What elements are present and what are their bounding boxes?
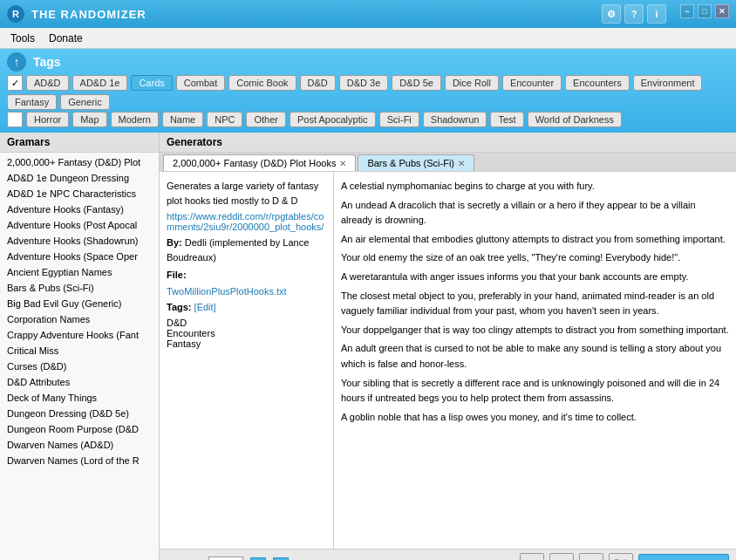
result-6: Your doppelganger that is way too clingy… bbox=[341, 323, 729, 338]
list-item[interactable]: Corporation Names bbox=[0, 311, 159, 327]
list-item[interactable]: Adventure Hooks (Shadowrun) bbox=[0, 233, 159, 249]
result-3: Your old enemy the size of an oak tree y… bbox=[341, 250, 729, 266]
list-item[interactable]: Adventure Hooks (Fantasy) bbox=[0, 201, 159, 217]
gen-file: File: bbox=[167, 268, 326, 283]
repeat-input[interactable] bbox=[208, 557, 243, 560]
result-2: An air elemental that embodies gluttony … bbox=[341, 232, 729, 248]
tag-map[interactable]: Map bbox=[72, 112, 106, 127]
gen-author: By: Dedli (implemented by Lance Boudreau… bbox=[167, 236, 326, 264]
tag-generic[interactable]: Generic bbox=[60, 94, 110, 110]
gramars-panel: Gramars 2,000,000+ Fantasy (D&D) Plot AD… bbox=[0, 133, 160, 560]
tag-encounters[interactable]: Encounters bbox=[565, 75, 630, 91]
tags-title: Tags bbox=[33, 55, 61, 69]
tab-close-2[interactable]: ✕ bbox=[458, 159, 465, 168]
tag-diceroll[interactable]: Dice Roll bbox=[445, 75, 499, 91]
tag-comicbook[interactable]: Comic Book bbox=[228, 75, 296, 91]
save-btn[interactable]: 💾 bbox=[609, 553, 633, 560]
tab-fantasy-plot-hooks[interactable]: 2,000,000+ Fantasy (D&D) Plot Hooks ✕ bbox=[163, 154, 356, 171]
gen-action-buttons: ✕ ⧉ 🖨 💾 generate bbox=[520, 553, 729, 560]
gen-url-link[interactable]: https://www.reddit.com/r/rpgtables/comme… bbox=[167, 211, 326, 232]
result-9: A goblin noble that has a lisp owes you … bbox=[341, 410, 729, 426]
gen-filename-link[interactable]: TwoMillionPlusPlotHooks.txt bbox=[167, 286, 326, 297]
gramars-list: 2,000,000+ Fantasy (D&D) Plot AD&D 1e Du… bbox=[0, 153, 159, 560]
list-item[interactable]: Dungeon Room Purpose (D&D bbox=[0, 421, 159, 437]
gear-btn[interactable]: ⚙ bbox=[602, 4, 621, 24]
menu-donate[interactable]: Donate bbox=[42, 31, 90, 46]
copy-btn[interactable]: ⧉ bbox=[549, 553, 574, 560]
list-item[interactable]: AD&D 1e Dungeon Dressing bbox=[0, 170, 159, 186]
tag-item-dnd: D&D bbox=[167, 318, 326, 328]
gen-description: Generates a large variety of fantasy plo… bbox=[167, 179, 326, 208]
list-item[interactable]: Adventure Hooks (Space Oper bbox=[0, 249, 159, 264]
list-item[interactable]: Deck of Many Things bbox=[0, 390, 159, 406]
generate-button[interactable]: generate bbox=[638, 554, 729, 561]
list-item[interactable]: Crappy Adventure Hooks (Fant bbox=[0, 327, 159, 343]
gen-bottom-bar: Repeat + − ✕ ⧉ 🖨 💾 generate bbox=[160, 549, 736, 560]
info-btn[interactable]: i bbox=[647, 4, 666, 24]
tags-row-1: ✓ AD&D AD&D 1e Cards Combat Comic Book D… bbox=[7, 75, 729, 110]
tag-scifi[interactable]: Sci-Fi bbox=[379, 112, 419, 127]
title-bar-controls: ⚙ ? i − □ ✕ bbox=[602, 4, 729, 24]
gen-tabs: 2,000,000+ Fantasy (D&D) Plot Hooks ✕ Ba… bbox=[160, 153, 736, 171]
tag-item-encounters: Encounters bbox=[167, 328, 326, 338]
tab-close-1[interactable]: ✕ bbox=[339, 159, 346, 168]
tag-shadowrun[interactable]: Shadowrun bbox=[423, 112, 487, 127]
close-btn[interactable]: ✕ bbox=[715, 4, 729, 18]
list-item[interactable]: Bars & Pubs (Sci-Fi) bbox=[0, 280, 159, 296]
tag-fantasy[interactable]: Fantasy bbox=[7, 94, 57, 110]
tags-section: ↑ Tags ✓ AD&D AD&D 1e Cards Combat Comic… bbox=[0, 49, 736, 133]
gen-tags-label: Tags: [Edit] bbox=[167, 300, 326, 315]
title-bar: R THE RANDOMIZER ⚙ ? i − □ ✕ bbox=[0, 0, 736, 28]
tag-name[interactable]: Name bbox=[162, 112, 203, 127]
list-item[interactable]: AD&D 1e NPC Characteristics bbox=[0, 186, 159, 201]
tag-npc[interactable]: NPC bbox=[207, 112, 242, 127]
tab-label-2: Bars & Pubs (Sci-Fi) bbox=[367, 158, 454, 168]
list-item[interactable]: D&D Attributes bbox=[0, 374, 159, 390]
tag-environment[interactable]: Environment bbox=[633, 75, 703, 91]
tag-encounter[interactable]: Encounter bbox=[502, 75, 562, 91]
tab-label-1: 2,000,000+ Fantasy (D&D) Plot Hooks bbox=[173, 158, 336, 168]
tag-ad&d[interactable]: AD&D bbox=[26, 75, 69, 91]
tag-other[interactable]: Other bbox=[246, 112, 286, 127]
menu-bar: Tools Donate bbox=[0, 28, 736, 49]
menu-tools[interactable]: Tools bbox=[3, 31, 42, 46]
tab-bars-pubs[interactable]: Bars & Pubs (Sci-Fi) ✕ bbox=[358, 154, 474, 171]
list-item[interactable]: Big Bad Evil Guy (Generic) bbox=[0, 296, 159, 311]
tag-combat[interactable]: Combat bbox=[176, 75, 226, 91]
tag-dnd[interactable]: D&D bbox=[300, 75, 336, 91]
help-btn[interactable]: ? bbox=[624, 4, 644, 24]
stop-btn[interactable]: ✕ bbox=[520, 553, 544, 560]
list-item[interactable]: Dwarven Names (Lord of the R bbox=[0, 453, 159, 468]
tag-horror[interactable]: Horror bbox=[26, 112, 69, 127]
gen-results-panel: A celestial nymphomaniac begins to charg… bbox=[334, 172, 736, 549]
tag-ad&d1e[interactable]: AD&D 1e bbox=[72, 75, 128, 91]
tag-test[interactable]: Test bbox=[490, 112, 523, 127]
minimize-btn[interactable]: − bbox=[680, 4, 694, 18]
tag-worldofdarkness[interactable]: World of Darkness bbox=[528, 112, 622, 127]
print-btn[interactable]: 🖨 bbox=[579, 553, 603, 560]
list-item[interactable]: Adventure Hooks (Post Apocal bbox=[0, 217, 159, 233]
tags-icon: ↑ bbox=[7, 52, 26, 72]
list-item[interactable]: 2,000,000+ Fantasy (D&D) Plot bbox=[0, 154, 159, 170]
tags-row-2: Horror Map Modern Name NPC Other Post Ap… bbox=[7, 112, 729, 127]
restore-btn[interactable]: □ bbox=[698, 4, 712, 18]
gen-description-panel: Generates a large variety of fantasy plo… bbox=[160, 172, 334, 549]
tag-dnd3e[interactable]: D&D 3e bbox=[339, 75, 389, 91]
list-item[interactable]: Ancient Egyptian Names bbox=[0, 264, 159, 280]
tag-cards[interactable]: Cards bbox=[131, 75, 172, 91]
tag-modern[interactable]: Modern bbox=[111, 112, 159, 127]
generators-panel: Generators 2,000,000+ Fantasy (D&D) Plot… bbox=[160, 133, 736, 560]
tag-postapocalyptic[interactable]: Post Apocalyptic bbox=[290, 112, 376, 127]
tag-item-fantasy: Fantasy bbox=[167, 338, 326, 349]
list-item[interactable]: Curses (D&D) bbox=[0, 359, 159, 374]
list-item[interactable]: Dungeon Dressing (D&D 5e) bbox=[0, 406, 159, 421]
result-8: Your sibling that is secretly a differen… bbox=[341, 376, 729, 406]
list-item[interactable]: Dwarven Names (AD&D) bbox=[0, 437, 159, 453]
tags-checkbox-2[interactable] bbox=[7, 112, 23, 127]
tag-dnd5e[interactable]: D&D 5e bbox=[392, 75, 441, 91]
result-0: A celestial nymphomaniac begins to charg… bbox=[341, 179, 729, 195]
list-item[interactable]: Critical Miss bbox=[0, 343, 159, 359]
tags-checkbox-1[interactable]: ✓ bbox=[7, 75, 23, 91]
app-icon: R bbox=[7, 5, 24, 23]
result-1: An undead A dracolich that is secretly a… bbox=[341, 198, 729, 229]
